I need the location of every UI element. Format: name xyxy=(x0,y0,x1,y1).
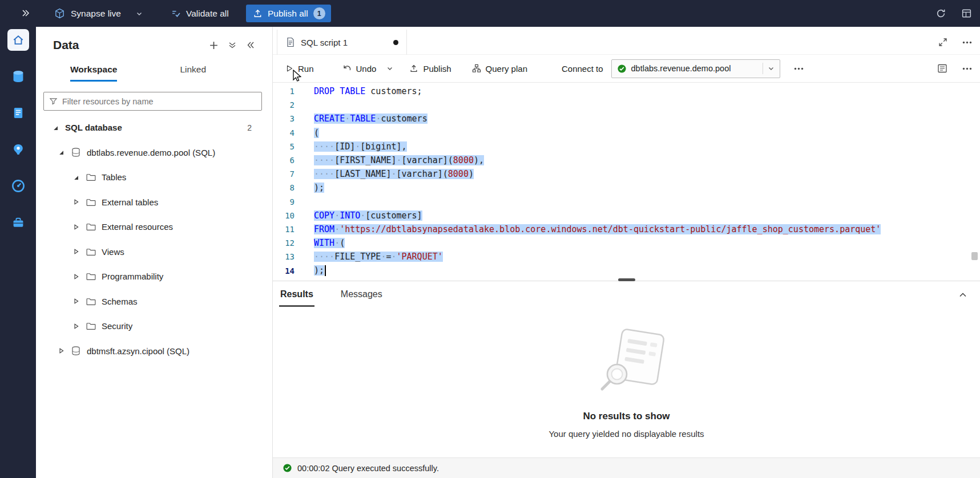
view-settings-icon[interactable] xyxy=(937,63,947,74)
pool-selector[interactable]: dbtlabs.revenue.demo.pool xyxy=(611,59,780,78)
editor-scrollbar-thumb[interactable] xyxy=(971,252,978,260)
validate-all-button[interactable]: Validate all xyxy=(171,0,229,27)
expand-rail-icon[interactable] xyxy=(21,8,31,18)
editor-toolbar: Run Undo Publish Query plan Connect to xyxy=(273,55,980,83)
results-panel: No results to show Your query yielded no… xyxy=(273,308,980,457)
add-resource-icon[interactable] xyxy=(209,40,219,50)
code-line[interactable]: 6····[FIRST_NAME]·[varchar](8000), xyxy=(273,153,980,167)
tab-sql-script[interactable]: SQL script 1 xyxy=(277,30,407,55)
refresh-icon[interactable] xyxy=(935,8,946,19)
tree-item[interactable]: dbtlabs.revenue.demo.pool (SQL) xyxy=(36,140,272,165)
code-line[interactable]: 14); xyxy=(273,264,980,277)
folder-icon xyxy=(86,321,96,331)
code-line[interactable]: 4( xyxy=(273,126,980,140)
expand-twisty-icon[interactable] xyxy=(71,323,80,330)
expand-twisty-icon[interactable] xyxy=(71,248,80,255)
publish-button[interactable]: Publish xyxy=(409,64,451,74)
home-nav-item[interactable] xyxy=(7,29,30,51)
validate-all-label: Validate all xyxy=(186,9,229,19)
develop-hub-icon xyxy=(11,106,25,120)
undo-label: Undo xyxy=(356,64,377,74)
tree-item[interactable]: External tables xyxy=(36,190,272,215)
tab-workspace[interactable]: Workspace xyxy=(70,64,117,82)
collapse-all-icon[interactable] xyxy=(228,40,237,50)
code-editor[interactable]: 1DROP TABLE customers;23CREATE·TABLE·cus… xyxy=(273,83,980,277)
undo-button[interactable]: Undo xyxy=(342,64,377,74)
line-number: 6 xyxy=(273,156,295,165)
environment-selector[interactable]: Synapse live xyxy=(54,0,143,27)
code-line[interactable]: 12WITH·( xyxy=(273,236,980,250)
unsaved-changes-dot xyxy=(393,40,398,45)
tree-item-label: External tables xyxy=(102,197,158,207)
code-line-text: ····[FIRST_NAME]·[varchar](8000), xyxy=(314,155,484,165)
manage-hub-nav-item[interactable] xyxy=(7,211,30,234)
tree-item[interactable]: Schemas xyxy=(36,289,272,314)
collapse-twisty-icon[interactable] xyxy=(71,174,80,181)
integrate-hub-nav-item[interactable] xyxy=(7,138,30,161)
expand-twisty-icon[interactable] xyxy=(71,298,80,305)
run-button[interactable]: Run xyxy=(285,64,314,74)
query-plan-icon xyxy=(472,64,481,73)
expand-twisty-icon[interactable] xyxy=(71,273,80,280)
expand-twisty-icon[interactable] xyxy=(71,199,80,205)
tree-item[interactable]: SQL database2 xyxy=(36,115,272,140)
chevron-down-icon xyxy=(136,10,143,17)
tree-item-label: dbtlabs.revenue.demo.pool (SQL) xyxy=(87,148,215,157)
toolbar-more-icon[interactable] xyxy=(962,67,972,70)
tree-item[interactable]: dbtmsft.azsyn.cipool (SQL) xyxy=(36,339,272,364)
code-line[interactable]: 1DROP TABLE customers; xyxy=(273,84,980,98)
data-hub-nav-item[interactable] xyxy=(7,65,30,88)
panel-resize-handle[interactable] xyxy=(618,278,635,281)
tree-item[interactable]: Tables xyxy=(36,165,272,190)
code-line[interactable]: 8); xyxy=(273,181,980,195)
main-work-area: SQL script 1 Run Undo xyxy=(273,27,980,478)
tree-item[interactable]: External resources xyxy=(36,214,272,240)
tree-item-label: Schemas xyxy=(102,297,138,306)
connected-check-icon xyxy=(617,64,627,74)
tree-item-label: Tables xyxy=(102,172,126,182)
tab-linked[interactable]: Linked xyxy=(180,64,206,82)
code-line[interactable]: 10COPY·INTO·[customers] xyxy=(273,209,980,222)
database-icon xyxy=(71,346,82,357)
undo-options-button[interactable] xyxy=(386,65,393,72)
environment-label: Synapse live xyxy=(71,9,121,19)
monitor-hub-nav-item[interactable] xyxy=(7,175,30,197)
expand-twisty-icon[interactable] xyxy=(57,347,66,354)
tree-item[interactable]: Security xyxy=(36,314,272,339)
expand-editor-icon[interactable] xyxy=(938,38,947,47)
results-panel-header: Results Messages xyxy=(273,281,980,308)
data-hub-icon xyxy=(11,69,26,84)
sql-script-icon xyxy=(285,37,296,47)
tree-item[interactable]: Programmability xyxy=(36,264,272,289)
publish-all-button[interactable]: Publish all 1 xyxy=(246,5,331,22)
item-count: 2 xyxy=(247,123,252,132)
validate-icon xyxy=(171,9,181,18)
code-line[interactable]: 13····FILE_TYPE·=·'PARQUET' xyxy=(273,250,980,264)
code-line[interactable]: 2 xyxy=(273,98,980,112)
code-line[interactable]: 5····[ID]·[bigint], xyxy=(273,140,980,153)
code-line[interactable]: 7····[LAST_NAME]·[varchar](8000) xyxy=(273,167,980,181)
tab-messages[interactable]: Messages xyxy=(340,283,384,307)
status-text: 00:00:02 Query executed successfully. xyxy=(297,464,439,473)
collapse-results-icon[interactable] xyxy=(958,290,967,299)
collapse-twisty-icon[interactable] xyxy=(57,149,66,156)
line-number: 1 xyxy=(273,87,295,96)
query-plan-button[interactable]: Query plan xyxy=(472,64,527,74)
expand-twisty-icon[interactable] xyxy=(71,224,80,230)
tab-more-actions-icon[interactable] xyxy=(962,41,972,44)
collapse-panel-icon[interactable] xyxy=(246,40,255,50)
feedback-list-icon[interactable] xyxy=(961,8,972,19)
line-number: 14 xyxy=(273,266,295,276)
code-line[interactable]: 9 xyxy=(273,195,980,209)
code-line-text: CREATE·TABLE·customers xyxy=(314,114,428,124)
code-line[interactable]: 11FROM·'https://dbtlabsynapsedatalake.bl… xyxy=(273,222,980,236)
tab-results[interactable]: Results xyxy=(279,283,314,307)
develop-hub-nav-item[interactable] xyxy=(7,102,30,124)
code-line[interactable]: 3CREATE·TABLE·customers xyxy=(273,112,980,125)
tree-item[interactable]: Views xyxy=(36,240,272,265)
chevron-down-icon xyxy=(386,65,393,72)
filter-input[interactable] xyxy=(62,97,257,106)
collapse-twisty-icon[interactable] xyxy=(51,124,60,131)
tree-item-label: Security xyxy=(102,321,132,331)
connection-more-icon[interactable] xyxy=(794,67,804,70)
